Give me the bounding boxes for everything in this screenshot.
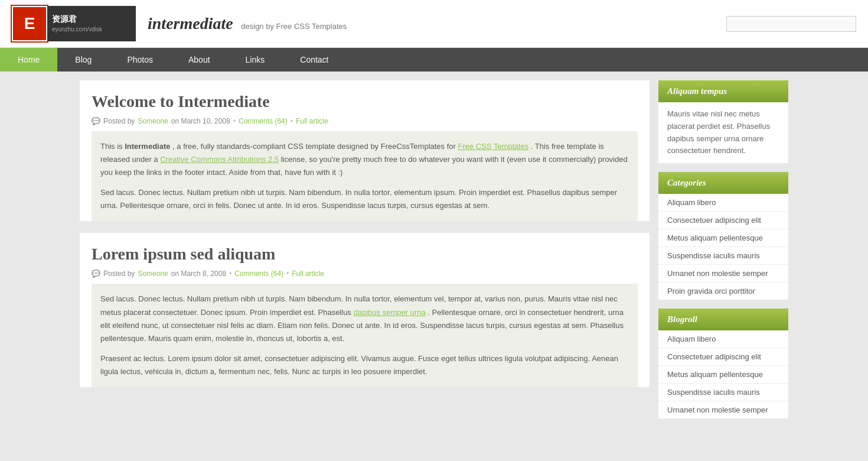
sidebar: Aliquam tempus Mauris vitae nisl nec met… [658, 80, 788, 427]
sidebar-categories-list: Aliquam libero Consectetuer adipiscing e… [658, 194, 788, 300]
nav-about[interactable]: About [171, 48, 228, 72]
chat-icon: 💬 [92, 117, 100, 125]
logo-zh: 资源君 [52, 14, 131, 25]
post-1-title: Welcome to Intermediate [80, 80, 650, 114]
post-2-para-2: Praesent ac lectus. Lorem ipsum dolor si… [100, 352, 629, 378]
category-link-4[interactable]: Suspendisse iaculis mauris [667, 251, 760, 260]
logo-url: eyunzhu.com/vdisk [52, 25, 131, 34]
blogroll-link-5[interactable]: Urnanet non molestie semper [667, 405, 768, 414]
nav-photos[interactable]: Photos [109, 48, 171, 72]
category-item-6: Proin gravida orci porttitor [658, 283, 788, 300]
post-2-posted-by: Posted by [103, 270, 135, 278]
blogroll-link-3[interactable]: Metus aliquam pellentesque [667, 370, 763, 379]
post-1-date: on March 10, 2008 [171, 117, 230, 125]
nav-contact[interactable]: Contact [282, 48, 346, 72]
sidebar-widget-blogroll: Blogroll Aliquam libero Consectetuer adi… [658, 309, 788, 418]
post-1-author[interactable]: Someone [138, 117, 168, 125]
category-item-1: Aliquam libero [658, 194, 788, 212]
site-tagline: design by Free CSS Templates [241, 22, 347, 31]
sidebar-blogroll-list: Aliquam libero Consectetuer adipiscing e… [658, 330, 788, 418]
dapibus-link[interactable]: dapibus semper urna [354, 308, 426, 317]
blogroll-item-2: Consectetuer adipiscing elit [658, 348, 788, 366]
chat-icon-2: 💬 [92, 270, 100, 278]
blogroll-link-2[interactable]: Consectetuer adipiscing elit [667, 352, 761, 361]
sidebar-widget-blogroll-title: Blogroll [658, 309, 788, 330]
category-item-4: Suspendisse iaculis mauris [658, 247, 788, 265]
blogroll-item-4: Suspendisse iaculis mauris [658, 384, 788, 401]
post-1-content: This is Intermediate , a free, fully sta… [92, 131, 638, 221]
blogroll-link-1[interactable]: Aliquam libero [667, 335, 716, 343]
category-item-3: Metus aliquam pellentesque [658, 229, 788, 247]
sidebar-widget-categories: Categories Aliquam libero Consectetuer a… [658, 172, 788, 300]
blogroll-item-1: Aliquam libero [658, 330, 788, 348]
logo-text: 资源君 eyunzhu.com/vdisk [47, 6, 136, 41]
blogroll-item-3: Metus aliquam pellentesque [658, 366, 788, 384]
site-title-area: intermediate design by Free CSS Template… [148, 14, 714, 33]
sidebar-widget-aliquam-tempus: Aliquam tempus Mauris vitae nisl nec met… [658, 80, 788, 163]
post-1-meta: 💬 Posted by Someone on March 10, 2008 • … [80, 114, 650, 131]
post-1-para-1: This is Intermediate , a free, fully sta… [100, 140, 629, 179]
post-2-para-1: Sed lacus. Donec lectus. Nullam pretium … [100, 293, 629, 345]
post-1-posted-by: Posted by [103, 117, 135, 125]
post-2-author[interactable]: Someone [138, 270, 168, 278]
nav-blog[interactable]: Blog [57, 48, 109, 72]
post-2: Lorem ipsum sed aliquam 💬 Posted by Some… [80, 233, 650, 387]
category-link-3[interactable]: Metus aliquam pellentesque [667, 233, 763, 242]
cc-link[interactable]: Creative Commons Attributions 2.5 [160, 155, 279, 164]
search-area [726, 16, 856, 32]
blogroll-item-5: Urnanet non molestie semper [658, 401, 788, 418]
sidebar-widget-aliquam-tempus-title: Aliquam tempus [658, 80, 788, 102]
sidebar-widget-categories-title: Categories [658, 172, 788, 194]
free-css-link[interactable]: Free CSS Templates [458, 142, 528, 151]
post-2-title: Lorem ipsum sed aliquam [80, 233, 650, 267]
nav-links[interactable]: Links [228, 48, 283, 72]
logo-letter: E [12, 6, 47, 41]
category-link-5[interactable]: Urnanet non molestie semper [667, 269, 768, 278]
post-1-full-article[interactable]: Full article [296, 117, 328, 125]
category-link-6[interactable]: Proin gravida orci porttitor [667, 287, 755, 296]
nav-home[interactable]: Home [0, 48, 57, 72]
blogroll-link-4[interactable]: Suspendisse iaculis mauris [667, 388, 760, 397]
category-item-2: Consectetuer adipiscing elit [658, 212, 788, 229]
site-title: intermediate [148, 14, 233, 33]
post-1-para-2: Sed lacus. Donec lectus. Nullam pretium … [100, 186, 629, 212]
post-2-comments[interactable]: Comments (64) [234, 270, 283, 278]
category-link-2[interactable]: Consectetuer adipiscing elit [667, 216, 761, 225]
search-input[interactable] [726, 16, 856, 32]
post-2-date: on March 8, 2008 [171, 270, 226, 278]
post-2-meta: 💬 Posted by Someone on March 8, 2008 • C… [80, 267, 650, 284]
main-nav: Home Blog Photos About Links Contact [0, 48, 868, 72]
category-item-5: Urnanet non molestie semper [658, 265, 788, 283]
post-2-full-article[interactable]: Full article [292, 270, 324, 278]
sidebar-widget-aliquam-tempus-content: Mauris vitae nisl nec metus placerat per… [658, 102, 788, 163]
post-1: Welcome to Intermediate 💬 Posted by Some… [80, 80, 650, 221]
post-1-comments[interactable]: Comments (64) [239, 117, 288, 125]
main-content: Welcome to Intermediate 💬 Posted by Some… [80, 80, 650, 427]
site-logo: E 资源君 eyunzhu.com/vdisk [12, 6, 136, 41]
post-2-content: Sed lacus. Donec lectus. Nullam pretium … [92, 284, 638, 387]
category-link-1[interactable]: Aliquam libero [667, 198, 716, 207]
